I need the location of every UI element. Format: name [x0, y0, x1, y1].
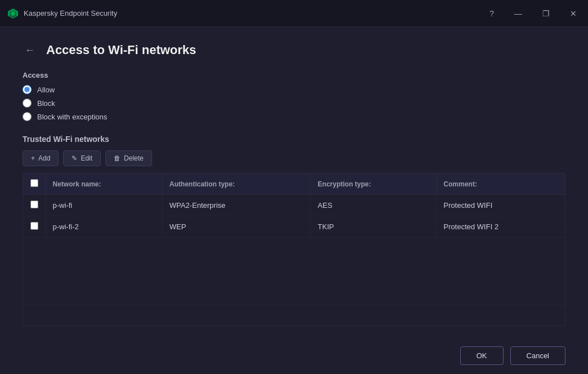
row2-auth-type: WEP [162, 216, 310, 238]
ok-button[interactable]: OK [460, 346, 504, 365]
row2-comment: Protected WIFI 2 [436, 216, 565, 238]
row2-checkbox[interactable] [30, 222, 38, 230]
titlebar: Kaspersky Endpoint Security ? — ❐ ✕ [0, 0, 588, 27]
row1-checkbox-cell [23, 195, 46, 216]
back-arrow-icon: ← [25, 44, 35, 56]
networks-toolbar: + Add ✎ Edit 🗑 Delete [23, 150, 565, 166]
header-network-name: Network name: [46, 173, 162, 195]
app-logo-area: Kaspersky Endpoint Security [7, 7, 485, 20]
row2-checkbox-cell [23, 216, 46, 238]
back-button[interactable]: ← [23, 43, 37, 57]
row1-network-name: p-wi-fi [46, 195, 162, 216]
row1-comment: Protected WIFI [436, 195, 565, 216]
edit-icon: ✎ [72, 154, 77, 162]
delete-label: Delete [124, 154, 144, 162]
trusted-networks-label: Trusted Wi-Fi networks [23, 135, 565, 144]
app-title: Kaspersky Endpoint Security [24, 9, 117, 17]
header-comment: Comment: [436, 173, 565, 195]
access-allow-option[interactable]: Allow [23, 85, 565, 94]
add-button[interactable]: + Add [23, 150, 59, 166]
plus-icon: + [31, 154, 35, 162]
titlebar-controls: ? — ❐ ✕ [485, 7, 581, 20]
row1-enc-type: AES [311, 195, 436, 216]
cancel-button[interactable]: Cancel [510, 346, 565, 365]
trusted-networks-section: Trusted Wi-Fi networks + Add ✎ Edit 🗑 De… [23, 135, 565, 326]
header-checkbox-cell [23, 173, 46, 195]
access-block-exceptions-label: Block with exceptions [37, 113, 107, 121]
access-block-option[interactable]: Block [23, 99, 565, 108]
edit-button[interactable]: ✎ Edit [63, 150, 101, 166]
minimize-button[interactable]: — [510, 7, 527, 20]
access-block-exceptions-radio[interactable] [23, 112, 32, 121]
empty-table-area [23, 238, 565, 305]
delete-button[interactable]: 🗑 Delete [105, 150, 152, 166]
close-button[interactable]: ✕ [565, 7, 581, 20]
svg-point-2 [11, 11, 15, 16]
select-all-checkbox[interactable] [30, 179, 38, 187]
header-enc-type: Encryption type: [311, 173, 436, 195]
table-row: p-wi-fi-2 WEP TKIP Protected WIFI 2 [23, 216, 565, 238]
access-block-exceptions-option[interactable]: Block with exceptions [23, 112, 565, 121]
help-button[interactable]: ? [485, 7, 498, 20]
access-section: Access Allow Block Block with exceptions [23, 71, 565, 135]
maximize-button[interactable]: ❐ [538, 7, 554, 20]
access-allow-radio[interactable] [23, 85, 32, 94]
main-window: Kaspersky Endpoint Security ? — ❐ ✕ ← Ac… [0, 0, 588, 374]
access-section-label: Access [23, 71, 565, 79]
footer: OK Cancel [0, 337, 588, 374]
app-logo-icon [7, 7, 19, 20]
row1-checkbox[interactable] [30, 201, 38, 208]
edit-label: Edit [81, 154, 92, 162]
row2-enc-type: TKIP [311, 216, 436, 238]
add-label: Add [38, 154, 50, 162]
delete-icon: 🗑 [114, 154, 121, 162]
page-header: ← Access to Wi-Fi networks [23, 43, 565, 57]
row1-auth-type: WPA2-Enterprise [162, 195, 310, 216]
table-header-row: Network name: Authentication type: Encry… [23, 173, 565, 195]
row2-network-name: p-wi-fi-2 [46, 216, 162, 238]
access-block-label: Block [37, 99, 55, 108]
header-auth-type: Authentication type: [162, 173, 310, 195]
access-block-radio[interactable] [23, 99, 32, 108]
networks-table-container: Network name: Authentication type: Encry… [23, 173, 565, 326]
page-title: Access to Wi-Fi networks [46, 43, 196, 57]
table-row: p-wi-fi WPA2-Enterprise AES Protected WI… [23, 195, 565, 216]
networks-table: Network name: Authentication type: Encry… [23, 173, 565, 305]
main-content: ← Access to Wi-Fi networks Access Allow … [0, 27, 588, 337]
access-allow-label: Allow [37, 86, 55, 94]
access-radio-group: Allow Block Block with exceptions [23, 85, 565, 121]
